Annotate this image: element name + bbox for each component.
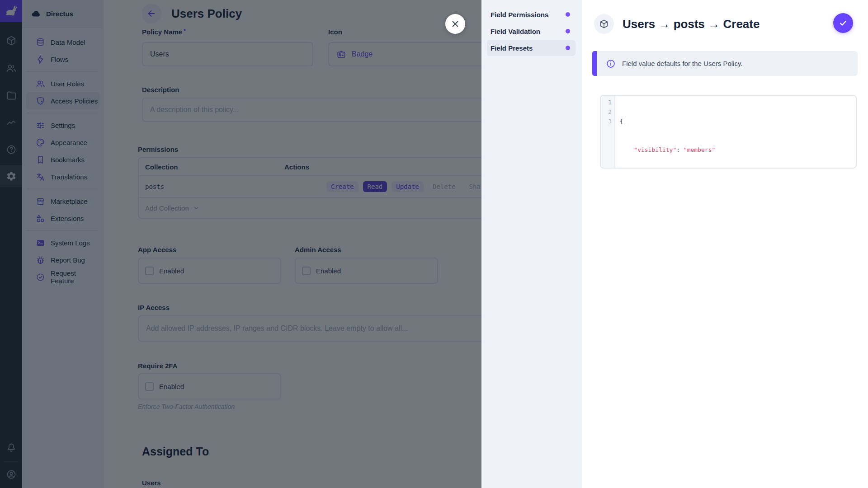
drawer-tab-list: Field Permissions Field Validation Field…	[481, 0, 582, 488]
code-line: {	[620, 117, 856, 126]
tab-field-presets[interactable]: Field Presets	[487, 40, 576, 56]
drawer-title: Users → posts → Create	[623, 17, 760, 31]
code-area[interactable]: { "visibility": "members" }	[615, 96, 856, 168]
tab-field-validation[interactable]: Field Validation	[487, 23, 576, 39]
modal-overlay[interactable]	[0, 0, 481, 488]
field-presets-drawer: Field Permissions Field Validation Field…	[481, 0, 868, 488]
close-icon	[450, 19, 460, 29]
drawer-main: Users → posts → Create Field value defau…	[582, 0, 868, 488]
save-button[interactable]	[833, 13, 853, 33]
banner-text: Field value defaults for the Users Polic…	[622, 60, 743, 67]
presets-code-editor: 1 2 3 { "visibility": "members" }	[600, 95, 857, 169]
status-dot	[566, 29, 570, 33]
info-icon	[606, 59, 616, 69]
drawer-close-button[interactable]	[445, 14, 465, 34]
drawer-header-icon-circle	[594, 14, 614, 34]
box-icon	[599, 19, 609, 29]
info-banner: Field value defaults for the Users Polic…	[592, 51, 858, 76]
banner-accent-bar	[592, 51, 597, 76]
status-dot	[566, 46, 570, 50]
code-line: "visibility": "members"	[620, 145, 856, 155]
line-numbers: 1 2 3	[601, 96, 615, 168]
check-icon	[838, 18, 848, 28]
status-dot	[566, 12, 570, 17]
directus-app: Directus Data Model Flows User Rol	[0, 0, 868, 488]
tab-field-permissions[interactable]: Field Permissions	[487, 6, 576, 23]
